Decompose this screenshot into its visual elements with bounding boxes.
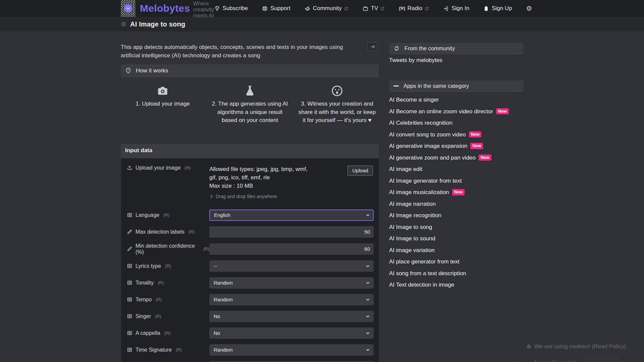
input-data-header: Input data — [121, 143, 379, 158]
tonality-field-row: Tonality(R)Random — [127, 277, 373, 289]
upload-button[interactable]: Upload — [347, 166, 373, 176]
nav-item-label: Sign Up — [492, 5, 512, 12]
retweet-icon — [393, 45, 400, 52]
jump-arrow-icon — [370, 44, 375, 49]
upload-info: Allowed file types: jpeg, jpg, bmp, wmf,… — [209, 165, 347, 201]
top-nav: Melobytes Where creativity meets AI Subs… — [0, 0, 644, 17]
app-link-ai-become-a-singer[interactable]: AI Become a singer — [389, 96, 523, 103]
svg-text:?: ? — [127, 69, 129, 72]
app-link-ai-become-an-online-zoom-video-director[interactable]: AI Become an online zoom video directorN… — [389, 108, 523, 115]
app-link-ai-image-musicalization[interactable]: AI image musicalizationNew — [389, 189, 523, 196]
generate-video-clip-field-row: Generate video clip(R)No — [127, 361, 373, 362]
step-text: 2. The app generates using AI algorithms… — [211, 100, 289, 125]
main-nav: SubscribeSupportCommunityTV('A')RadioSig… — [214, 5, 512, 12]
community-title: From the community — [405, 45, 455, 52]
allowed-file-types-line1: Allowed file types: jpeg, jpg, bmp, wmf, — [209, 165, 347, 173]
app-link-ai-place-generator-from-text[interactable]: AI place generator from text — [389, 258, 523, 265]
pin-question-icon: ? — [125, 67, 131, 74]
generate-video-clip-select[interactable]: No — [209, 361, 374, 362]
lyrics-type-label: Lyrics type(R) — [127, 263, 209, 269]
logo-check-icon — [124, 4, 132, 12]
input-data-title: Input data — [125, 147, 152, 154]
pencil-icon — [127, 246, 132, 252]
upload-field-label: Upload your image (R) — [127, 165, 209, 171]
accept-all-button[interactable] — [582, 356, 619, 362]
app-link-ai-image-variation[interactable]: AI image variation — [389, 247, 523, 254]
tv-icon — [363, 6, 368, 11]
drag-drop-hint: Drag and drop files anywhere — [209, 192, 347, 201]
step-text: 3. Witness your creation and share it wi… — [298, 100, 376, 125]
community-icon — [305, 6, 310, 11]
app-link-ai-image-to-song[interactable]: AI Image to song — [389, 224, 523, 231]
nav-item-support[interactable]: Support — [262, 5, 290, 12]
app-link-ai-image-recognition[interactable]: AI Image recognition — [389, 212, 523, 219]
new-badge: New — [479, 155, 491, 161]
tempo-select[interactable]: Random — [209, 294, 374, 305]
app-link-ai-text-detection-in-image[interactable]: AI Text detection in image — [389, 281, 523, 288]
step-text: 1. Upload your image — [123, 100, 202, 108]
min-detection-confidence-input[interactable] — [209, 243, 374, 255]
flask-icon — [211, 84, 289, 97]
required-mark: (R) — [158, 280, 164, 285]
settings-gear-icon[interactable]: ⚙ — [526, 5, 532, 12]
app-link-ai-celebrities-recognition[interactable]: AI Celebrities recognition — [389, 119, 523, 126]
nav-item-tv[interactable]: TV — [363, 5, 385, 12]
tempo-field-row: Tempo(R)Random — [127, 294, 373, 305]
upload-label-text: Upload your image — [136, 165, 180, 171]
upload-field-row: Upload your image (R) Allowed file types… — [127, 165, 373, 201]
app-link-ai-image-generator-from-text[interactable]: AI Image generator from text — [389, 177, 523, 184]
minus-icon — [393, 85, 399, 87]
clipboard-icon — [483, 6, 489, 11]
melobytes-logo[interactable] — [121, 0, 136, 17]
how-it-works-steps: 1. Upload your image2. The app generates… — [121, 84, 379, 125]
page-title: AI Image to song — [130, 20, 185, 28]
singer-select[interactable]: No — [209, 311, 374, 322]
app-description: This app detects automatically objects, … — [121, 43, 379, 60]
app-link-ai-image-edit[interactable]: AI image edit — [389, 166, 523, 173]
brand-name[interactable]: Melobytes — [140, 3, 190, 14]
required-mark: (R) — [163, 213, 169, 218]
accept-essential-link[interactable]: Accept Essential — [534, 360, 576, 362]
required-mark: (R) — [164, 330, 170, 336]
tonality-select[interactable]: Random — [209, 277, 374, 289]
app-link-ai-generative-image-expansion[interactable]: AI generative image expansionNew — [389, 142, 523, 149]
time-signature-select[interactable]: Random — [209, 344, 374, 356]
life-ring-icon — [262, 6, 268, 11]
required-mark: (R) — [155, 314, 161, 319]
app-link-ai-image-narration[interactable]: AI image narration — [389, 200, 523, 207]
app-description-text: This app detects automatically objects, … — [121, 44, 343, 59]
a-cappella-select[interactable]: No — [209, 327, 374, 339]
language-select[interactable]: English — [209, 209, 374, 221]
brand-tagline: Where creativity meets AI — [193, 1, 214, 19]
max-detection-labels-input[interactable] — [209, 226, 374, 238]
required-mark: (R) — [165, 263, 171, 268]
a-cappella-field-row: A cappella(R)No — [127, 327, 373, 339]
nav-item-sign-up[interactable]: Sign Up — [483, 5, 512, 12]
new-badge: New — [452, 189, 465, 195]
nav-item-community[interactable]: Community — [305, 5, 348, 12]
app-link-ai-convert-song-to-zoom-video[interactable]: AI convert song to zoom videoNew — [389, 131, 523, 138]
list-icon — [127, 313, 132, 319]
lyrics-type-select[interactable]: -- — [209, 260, 374, 272]
app-link-ai-image-to-sound[interactable]: AI Image to sound — [389, 235, 523, 242]
nav-item-label: TV — [371, 5, 378, 12]
how-it-works-step-2: 2. The app generates using AI algorithms… — [211, 84, 289, 125]
how-it-works-step-3: 3. Witness your creation and share it wi… — [298, 84, 376, 125]
tweets-link[interactable]: Tweets by melobytes — [389, 57, 442, 64]
how-it-works-title: How it works — [136, 67, 168, 74]
how-it-works-header: ? How it works — [121, 64, 379, 77]
nav-item-label: Radio — [408, 5, 422, 12]
toggle-description-button[interactable] — [368, 42, 378, 51]
app-link-ai-song-from-a-text-description[interactable]: AI song from a text description — [389, 270, 523, 277]
nav-item-radio[interactable]: ('A')Radio — [399, 5, 429, 12]
nav-item-subscribe[interactable]: Subscribe — [214, 5, 248, 12]
app-gear-icon: ⚙ — [121, 21, 126, 27]
page-title-bar: ⚙ AI Image to song — [0, 17, 644, 32]
nav-item-label: Subscribe — [223, 5, 248, 12]
tempo-label: Tempo(R) — [127, 297, 209, 303]
new-badge: New — [469, 131, 482, 138]
nav-item-label: Community — [313, 5, 342, 12]
nav-item-sign-in[interactable]: Sign In — [443, 5, 469, 12]
app-link-ai-generative-zoom-and-pan-video[interactable]: AI generative zoom and pan videoNew — [389, 154, 523, 161]
language-label: Language(R) — [127, 212, 209, 218]
